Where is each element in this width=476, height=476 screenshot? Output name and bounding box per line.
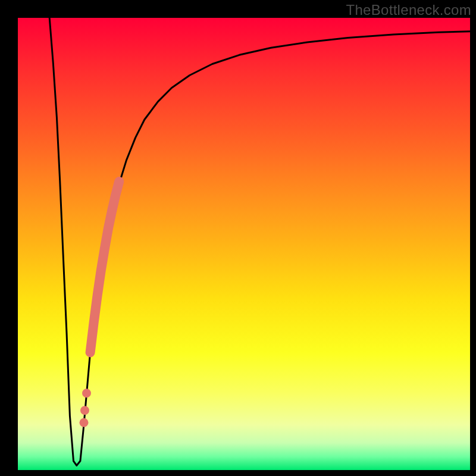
highlight-segment-path xyxy=(90,181,120,352)
highlight-dots-sparse xyxy=(80,389,92,427)
highlight-dot xyxy=(80,418,89,427)
curve-path xyxy=(49,18,470,465)
bottleneck-curve xyxy=(49,18,470,465)
highlight-dot xyxy=(80,406,89,415)
watermark-text: TheBottleneck.com xyxy=(346,2,471,18)
highlight-dot xyxy=(82,389,91,397)
chart-svg xyxy=(18,18,470,470)
plot-area xyxy=(18,18,470,470)
highlight-segment xyxy=(90,181,120,352)
chart-root: TheBottleneck.com xyxy=(0,0,476,476)
